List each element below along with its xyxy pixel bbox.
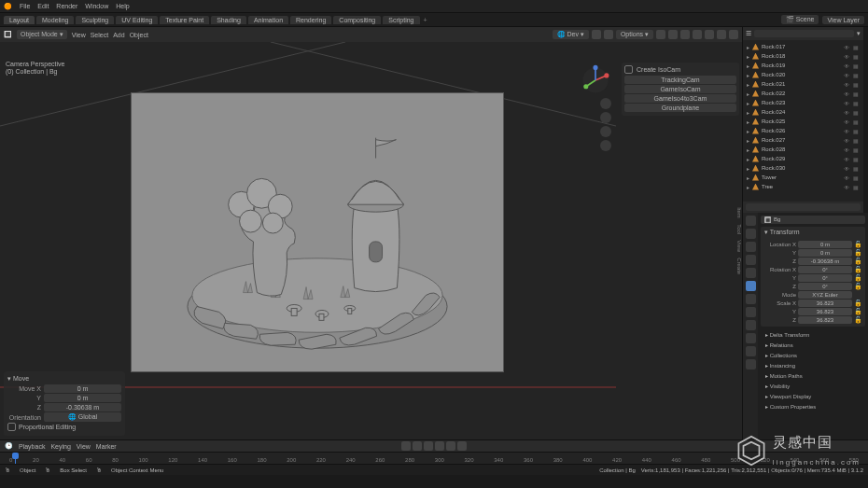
outliner-editor-icon[interactable]: ☰	[746, 30, 751, 37]
panel-collapsed[interactable]: ▸ Delta Transform	[761, 329, 865, 340]
prop-tab-data-icon[interactable]	[746, 346, 756, 356]
panel-collapsed[interactable]: ▸ Motion Paths	[761, 370, 865, 381]
move-x-field[interactable]: 0 m	[44, 384, 121, 393]
outliner-item[interactable]: ▸Rock.028👁 ▦	[745, 145, 861, 154]
prop-tab-scene-icon[interactable]	[746, 255, 756, 265]
proportional-edit-icon[interactable]	[604, 30, 613, 39]
tab-shading[interactable]: Shading	[211, 16, 246, 24]
timeline-track[interactable]: 0204060801001201401601802002202402602803…	[0, 452, 868, 464]
tab-rendering[interactable]: Rendering	[290, 16, 331, 24]
prop-tab-constraints-icon[interactable]	[746, 333, 756, 343]
shading-rendered-icon[interactable]	[729, 30, 738, 39]
menu-window[interactable]: Window	[85, 3, 108, 9]
options-dropdown[interactable]: Options ▾	[616, 30, 653, 39]
move-y-field[interactable]: 0 m	[44, 394, 121, 402]
perspective-toggle-icon[interactable]	[600, 140, 611, 151]
timeline-menu-marker[interactable]: Marker	[96, 443, 117, 450]
outliner-item[interactable]: ▸Rock.020👁 ▦	[745, 70, 861, 79]
gizmo-toggle-icon[interactable]	[656, 30, 665, 39]
timeline-editor-icon[interactable]: 🕒	[5, 442, 13, 450]
play-icon[interactable]	[435, 441, 444, 451]
keyframe-next-icon[interactable]	[446, 441, 455, 451]
prop-tab-modifiers-icon[interactable]	[746, 294, 756, 304]
rotation-mode[interactable]: XYZ Euler	[798, 291, 852, 299]
rot-x[interactable]: 0°	[798, 266, 852, 273]
play-reverse-icon[interactable]	[424, 441, 433, 451]
timeline-menu-keying[interactable]: Keying	[50, 443, 70, 450]
outliner-item[interactable]: ▸Rock.018👁 ▦	[745, 51, 861, 61]
jump-start-icon[interactable]	[401, 441, 411, 451]
menu-edit[interactable]: Edit	[37, 3, 49, 9]
shading-wire-icon[interactable]	[693, 30, 702, 39]
outliner-item[interactable]: ▸Rock.027👁 ▦	[745, 135, 861, 145]
tab-layout[interactable]: Layout	[4, 16, 35, 24]
tab-uvediting[interactable]: UV Editing	[116, 16, 158, 24]
tab-scripting[interactable]: Scripting	[383, 16, 419, 24]
viewlayer-selector[interactable]: View Layer	[822, 16, 864, 24]
isocam-btn-gameiso43[interactable]: GameIso4to3Cam	[624, 94, 736, 103]
outliner-search[interactable]	[754, 30, 854, 37]
prop-tab-viewlayer-icon[interactable]	[746, 242, 756, 252]
tab-compositing[interactable]: Compositing	[333, 16, 381, 24]
filter-icon[interactable]: ▾	[857, 30, 861, 37]
loc-y[interactable]: 0 m	[798, 249, 852, 257]
panel-collapsed[interactable]: ▸ Instancing	[761, 360, 865, 370]
timeline-menu-view[interactable]: View	[77, 443, 91, 450]
prop-tab-render-icon[interactable]	[746, 216, 756, 226]
move-z-field[interactable]: -0.30638 m	[44, 403, 121, 411]
panel-collapsed[interactable]: ▸ Custom Properties	[761, 401, 865, 411]
scale-y[interactable]: 36.823	[798, 308, 852, 315]
isocam-btn-gameiso[interactable]: GameIsoCam	[624, 85, 736, 93]
outliner-item[interactable]: ▸Rock.019👁 ▦	[745, 61, 861, 70]
outliner-tree[interactable]: ▸Rock.017👁 ▦▸Rock.018👁 ▦▸Rock.019👁 ▦▸Roc…	[743, 40, 863, 202]
camera-view-icon[interactable]	[600, 126, 611, 137]
jump-end-icon[interactable]	[457, 441, 467, 451]
outliner-item[interactable]: ▸Rock.022👁 ▦	[745, 89, 861, 98]
tab-texturepaint[interactable]: Texture Paint	[160, 16, 209, 24]
timeline-menu-playback[interactable]: Playback	[19, 443, 45, 450]
mode-dropdown[interactable]: Object Mode ▾	[17, 30, 67, 39]
isocam-btn-groundplane[interactable]: Groundplane	[624, 104, 736, 112]
prop-edit-checkbox[interactable]	[7, 423, 16, 431]
outliner-item[interactable]: ▸Rock.023👁 ▦	[745, 98, 861, 107]
overlay-toggle-icon[interactable]	[668, 30, 678, 39]
tab-sculpting[interactable]: Sculpting	[76, 16, 114, 24]
viewport-menu-object[interactable]: Object	[130, 32, 148, 38]
rot-z[interactable]: 0°	[798, 283, 852, 290]
rot-y[interactable]: 0°	[798, 274, 852, 282]
nav-gizmo[interactable]	[580, 64, 611, 96]
npanel-tab-item[interactable]: Item	[736, 207, 742, 218]
prop-tab-particles-icon[interactable]	[746, 307, 756, 317]
npanel-tab-tool[interactable]: Tool	[736, 224, 742, 234]
outliner-item[interactable]: ▸Tree👁 ▦	[745, 182, 861, 191]
transform-panel-header[interactable]: ▾ Transform	[761, 227, 865, 238]
outliner-item[interactable]: ▸Rock.025👁 ▦	[745, 117, 861, 126]
datablock-crumb[interactable]: 🔳 Bg	[761, 216, 865, 224]
xray-toggle-icon[interactable]	[680, 30, 690, 39]
prop-tab-physics-icon[interactable]	[746, 320, 756, 330]
outliner-item[interactable]: ▸Rock.030👁 ▦	[745, 163, 861, 173]
keyframe-prev-icon[interactable]	[413, 441, 422, 451]
move-orientation[interactable]: 🌐 Global	[44, 412, 121, 422]
scene-selector[interactable]: 🎬 Scene	[781, 15, 819, 24]
playhead[interactable]	[15, 453, 16, 464]
outliner-item[interactable]: ▸Rock.021👁 ▦	[745, 79, 861, 89]
outliner-filter[interactable]	[746, 203, 861, 211]
isocam-btn-tracking[interactable]: TrackingCam	[624, 76, 736, 84]
editor-type-icon[interactable]: 🔳	[4, 31, 12, 38]
shading-matprev-icon[interactable]	[717, 30, 726, 39]
panel-collapsed[interactable]: ▸ Collections	[761, 350, 865, 360]
menu-file[interactable]: File	[20, 3, 30, 9]
viewport-menu-add[interactable]: Add	[113, 32, 124, 38]
isocam-checkbox[interactable]	[624, 65, 633, 74]
viewport-3d[interactable]: Camera Perspective (0) Collection | Bg	[0, 42, 742, 439]
shading-solid-icon[interactable]	[705, 30, 714, 39]
dev-dropdown[interactable]: 🌐 Dev ▾	[553, 30, 589, 39]
panel-collapsed[interactable]: ▸ Relations	[761, 340, 865, 350]
viewport-menu-view[interactable]: View	[72, 32, 86, 38]
outliner-item[interactable]: ▸Rock.029👁 ▦	[745, 154, 861, 163]
scale-x[interactable]: 36.823	[798, 300, 852, 307]
prop-tab-output-icon[interactable]	[746, 229, 756, 239]
prop-tab-world-icon[interactable]	[746, 268, 756, 278]
loc-z[interactable]: -0.30638 m	[798, 258, 852, 265]
